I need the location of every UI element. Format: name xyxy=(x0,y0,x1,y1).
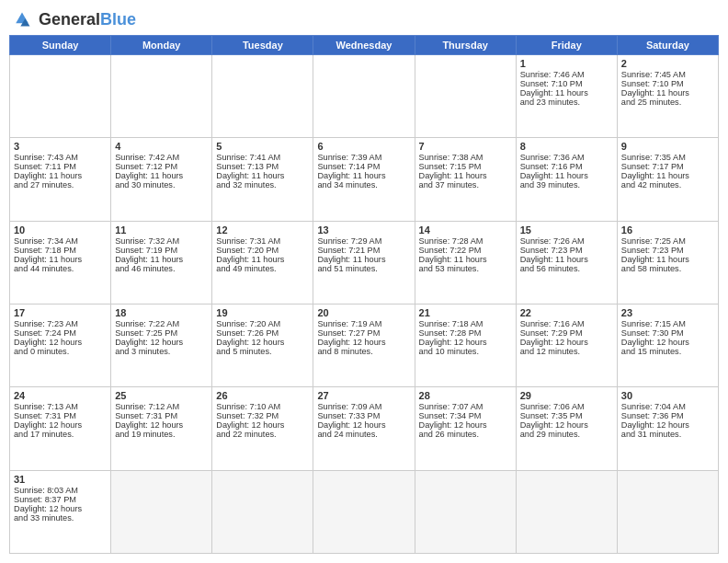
day-header-wednesday: Wednesday xyxy=(313,36,415,55)
day-info: Sunset: 7:15 PM xyxy=(419,162,512,171)
day-info: Sunset: 7:30 PM xyxy=(621,328,714,338)
day-number: 5 xyxy=(216,141,309,152)
calendar-cell: 30Sunrise: 7:04 AMSunset: 7:36 PMDayligh… xyxy=(617,387,718,470)
day-info: Daylight: 11 hours xyxy=(115,255,208,264)
day-header-saturday: Saturday xyxy=(617,36,718,55)
calendar-cell: 18Sunrise: 7:22 AMSunset: 7:25 PMDayligh… xyxy=(111,304,212,386)
day-info: Sunset: 7:23 PM xyxy=(520,246,613,255)
day-info: Sunset: 7:24 PM xyxy=(14,328,107,338)
calendar-cell xyxy=(111,55,212,138)
day-info: and 5 minutes. xyxy=(216,347,309,356)
day-info: Sunset: 7:25 PM xyxy=(115,328,208,338)
day-header-sunday: Sunday xyxy=(10,36,111,55)
day-info: and 24 minutes. xyxy=(317,430,410,439)
day-info: Daylight: 12 hours xyxy=(216,338,309,347)
day-info: Sunset: 7:21 PM xyxy=(317,246,410,255)
day-info: Sunset: 7:10 PM xyxy=(520,79,613,88)
day-header-friday: Friday xyxy=(516,36,617,55)
day-info: Daylight: 11 hours xyxy=(520,88,613,98)
day-number: 16 xyxy=(621,224,714,236)
calendar-cell: 13Sunrise: 7:29 AMSunset: 7:21 PMDayligh… xyxy=(313,221,415,304)
day-info: Daylight: 12 hours xyxy=(115,338,208,347)
day-info: Daylight: 11 hours xyxy=(317,171,410,180)
calendar-cell: 28Sunrise: 7:07 AMSunset: 7:34 PMDayligh… xyxy=(415,387,516,470)
day-info: and 42 minutes. xyxy=(621,180,714,190)
day-number: 25 xyxy=(115,390,208,401)
day-number: 29 xyxy=(520,390,613,401)
day-number: 27 xyxy=(317,390,410,401)
day-info: Daylight: 12 hours xyxy=(115,420,208,430)
day-info: Sunset: 7:11 PM xyxy=(14,162,107,171)
day-info: Sunset: 7:28 PM xyxy=(419,328,512,338)
calendar-cell: 20Sunrise: 7:19 AMSunset: 7:27 PMDayligh… xyxy=(313,304,415,386)
calendar-cell xyxy=(10,55,111,138)
day-info: and 23 minutes. xyxy=(520,98,613,107)
day-number: 4 xyxy=(115,141,208,152)
day-info: and 3 minutes. xyxy=(115,347,208,356)
day-info: Sunrise: 7:12 AM xyxy=(115,402,208,411)
day-info: Daylight: 12 hours xyxy=(14,504,107,513)
day-info: and 17 minutes. xyxy=(14,430,107,439)
calendar-table: SundayMondayTuesdayWednesdayThursdayFrid… xyxy=(9,35,719,554)
day-info: Sunset: 7:16 PM xyxy=(520,162,613,171)
day-number: 17 xyxy=(14,307,107,318)
day-info: Sunset: 7:12 PM xyxy=(115,162,208,171)
day-info: Daylight: 11 hours xyxy=(621,255,714,264)
day-header-thursday: Thursday xyxy=(415,36,516,55)
day-number: 11 xyxy=(115,224,208,236)
day-info: Sunrise: 7:18 AM xyxy=(419,319,512,328)
day-info: and 8 minutes. xyxy=(317,347,410,356)
day-info: Sunrise: 7:35 AM xyxy=(621,153,714,162)
calendar-cell xyxy=(415,55,516,138)
day-info: and 39 minutes. xyxy=(520,180,613,190)
day-info: Sunset: 7:36 PM xyxy=(621,411,714,420)
header: GeneralBlue xyxy=(9,9,719,29)
calendar-cell: 27Sunrise: 7:09 AMSunset: 7:33 PMDayligh… xyxy=(313,387,415,470)
day-info: Sunrise: 7:46 AM xyxy=(520,70,613,79)
day-info: Daylight: 12 hours xyxy=(216,420,309,430)
day-info: Sunrise: 7:32 AM xyxy=(115,236,208,246)
day-info: Sunset: 7:22 PM xyxy=(419,246,512,255)
day-number: 1 xyxy=(520,58,613,69)
calendar-cell: 10Sunrise: 7:34 AMSunset: 7:18 PMDayligh… xyxy=(10,221,111,304)
day-info: Daylight: 11 hours xyxy=(216,171,309,180)
day-number: 30 xyxy=(621,390,714,401)
calendar-cell: 31Sunrise: 8:03 AMSunset: 8:37 PMDayligh… xyxy=(10,470,111,553)
day-info: Sunset: 7:14 PM xyxy=(317,162,410,171)
day-info: and 10 minutes. xyxy=(419,347,512,356)
day-info: Sunrise: 7:28 AM xyxy=(419,236,512,246)
calendar-cell xyxy=(516,470,617,553)
day-info: and 56 minutes. xyxy=(520,264,613,273)
calendar-cell: 29Sunrise: 7:06 AMSunset: 7:35 PMDayligh… xyxy=(516,387,617,470)
day-info: Sunset: 7:13 PM xyxy=(216,162,309,171)
day-info: Daylight: 11 hours xyxy=(621,88,714,98)
day-number: 20 xyxy=(317,307,410,318)
day-info: Sunrise: 7:06 AM xyxy=(520,402,613,411)
day-info: Daylight: 12 hours xyxy=(14,420,107,430)
day-info: Daylight: 11 hours xyxy=(419,255,512,264)
day-info: Sunrise: 7:04 AM xyxy=(621,402,714,411)
day-number: 8 xyxy=(520,141,613,152)
day-info: Sunrise: 7:20 AM xyxy=(216,319,309,328)
day-info: Daylight: 12 hours xyxy=(621,338,714,347)
day-number: 14 xyxy=(419,224,512,236)
day-number: 7 xyxy=(419,141,512,152)
calendar-week-row: 10Sunrise: 7:34 AMSunset: 7:18 PMDayligh… xyxy=(10,221,719,304)
calendar-cell: 6Sunrise: 7:39 AMSunset: 7:14 PMDaylight… xyxy=(313,138,415,221)
day-number: 3 xyxy=(14,141,107,152)
calendar-cell: 3Sunrise: 7:43 AMSunset: 7:11 PMDaylight… xyxy=(10,138,111,221)
calendar-cell: 17Sunrise: 7:23 AMSunset: 7:24 PMDayligh… xyxy=(10,304,111,386)
day-info: Daylight: 11 hours xyxy=(115,171,208,180)
day-info: Sunset: 7:27 PM xyxy=(317,328,410,338)
calendar-cell: 1Sunrise: 7:46 AMSunset: 7:10 PMDaylight… xyxy=(516,55,617,138)
day-info: and 51 minutes. xyxy=(317,264,410,273)
day-info: and 46 minutes. xyxy=(115,264,208,273)
day-info: Sunrise: 7:39 AM xyxy=(317,153,410,162)
day-info: Daylight: 12 hours xyxy=(14,338,107,347)
logo-text: GeneralBlue xyxy=(39,10,136,29)
day-info: and 58 minutes. xyxy=(621,264,714,273)
calendar-header-row: SundayMondayTuesdayWednesdayThursdayFrid… xyxy=(10,36,719,55)
calendar-cell xyxy=(111,470,212,553)
day-number: 15 xyxy=(520,224,613,236)
day-info: Sunset: 7:26 PM xyxy=(216,328,309,338)
